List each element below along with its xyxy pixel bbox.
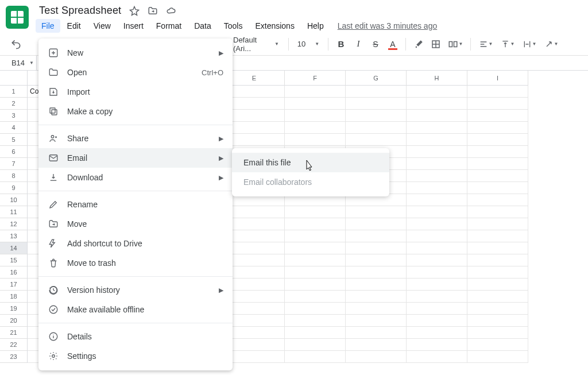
file-menu-make-copy[interactable]: Make a copy — [38, 102, 233, 121]
file-menu-rename[interactable]: Rename — [38, 195, 233, 214]
menu-tools[interactable]: Tools — [218, 19, 249, 33]
row-header[interactable]: 2 — [0, 98, 27, 110]
move-to-folder-icon[interactable] — [148, 6, 158, 16]
cell[interactable] — [224, 218, 285, 230]
merge-cells-button[interactable]: ▼ — [446, 37, 465, 51]
file-menu-settings[interactable]: Settings — [38, 346, 233, 366]
cell[interactable] — [407, 122, 467, 134]
cell[interactable] — [467, 98, 528, 110]
cell[interactable] — [407, 242, 467, 254]
cell[interactable] — [467, 327, 528, 339]
cell[interactable] — [285, 230, 346, 242]
cell[interactable] — [224, 303, 285, 315]
cell[interactable] — [285, 98, 346, 110]
select-all-corner[interactable] — [0, 71, 28, 86]
text-rotation-button[interactable]: ▼ — [542, 37, 560, 51]
cell[interactable] — [467, 351, 528, 363]
cell[interactable] — [285, 86, 346, 98]
column-header-E[interactable]: E — [224, 71, 285, 86]
text-color-button[interactable]: A — [386, 37, 400, 51]
menu-file[interactable]: File — [36, 19, 60, 33]
star-icon[interactable] — [129, 6, 140, 16]
last-edit-link[interactable]: Last edit was 3 minutes ago — [338, 21, 438, 30]
file-menu-trash[interactable]: Move to trash — [38, 253, 233, 273]
cell[interactable] — [407, 110, 467, 122]
cell[interactable] — [285, 279, 346, 291]
cell[interactable] — [224, 279, 285, 291]
cell[interactable] — [407, 230, 467, 242]
row-header[interactable]: 6 — [0, 146, 27, 158]
cell[interactable] — [224, 242, 285, 254]
file-menu-email[interactable]: Email▶ — [38, 148, 233, 168]
cell[interactable] — [346, 254, 407, 266]
cell[interactable] — [285, 266, 346, 279]
row-header[interactable]: 13 — [0, 230, 27, 242]
cell[interactable] — [224, 206, 285, 218]
sheets-app-icon[interactable] — [6, 6, 29, 29]
cell[interactable] — [407, 279, 467, 291]
cell[interactable] — [407, 291, 467, 303]
cell[interactable] — [346, 279, 407, 291]
cell[interactable] — [346, 242, 407, 254]
text-wrap-button[interactable]: ▼ — [520, 37, 539, 51]
row-header[interactable]: 12 — [0, 218, 27, 230]
row-header[interactable]: 8 — [0, 170, 27, 182]
menu-view[interactable]: View — [88, 19, 117, 33]
cell[interactable] — [285, 303, 346, 315]
cell[interactable] — [224, 254, 285, 266]
cell[interactable] — [346, 206, 407, 218]
cell[interactable] — [407, 218, 467, 230]
cell[interactable] — [346, 291, 407, 303]
cell[interactable] — [467, 279, 528, 291]
borders-button[interactable] — [429, 37, 443, 51]
cell[interactable] — [285, 254, 346, 266]
cell[interactable] — [407, 158, 467, 170]
menu-edit[interactable]: Edit — [61, 19, 87, 33]
cell[interactable] — [285, 218, 346, 230]
cell[interactable] — [467, 122, 528, 134]
file-menu-new[interactable]: New▶ — [38, 43, 233, 63]
column-header-I[interactable]: I — [467, 71, 528, 86]
file-menu-add-shortcut[interactable]: Add shortcut to Drive — [38, 234, 233, 253]
bold-button[interactable]: B — [334, 37, 348, 51]
cell[interactable] — [224, 98, 285, 110]
font-size-dropdown[interactable]: 10 ▼ — [295, 40, 322, 48]
row-header[interactable]: 22 — [0, 339, 27, 351]
menu-data[interactable]: Data — [188, 19, 217, 33]
cell[interactable] — [467, 339, 528, 351]
cell[interactable] — [346, 98, 407, 110]
row-header[interactable]: 3 — [0, 110, 27, 122]
cell[interactable] — [467, 158, 528, 170]
cell[interactable] — [407, 351, 467, 363]
file-menu-download[interactable]: Download▶ — [38, 168, 233, 187]
column-header-F[interactable]: F — [285, 71, 346, 86]
file-menu-share[interactable]: Share▶ — [38, 129, 233, 148]
cell[interactable] — [224, 315, 285, 327]
row-header[interactable]: 14 — [0, 242, 27, 254]
cell[interactable] — [346, 303, 407, 315]
cell[interactable] — [407, 315, 467, 327]
cell[interactable] — [407, 170, 467, 182]
cell[interactable] — [467, 194, 528, 206]
cell[interactable] — [346, 327, 407, 339]
cell[interactable] — [407, 327, 467, 339]
cell[interactable] — [467, 206, 528, 218]
cell[interactable] — [224, 86, 285, 98]
cell[interactable] — [285, 134, 346, 146]
cell[interactable] — [407, 182, 467, 194]
row-header[interactable]: 7 — [0, 158, 27, 170]
cell[interactable] — [346, 266, 407, 279]
file-menu-offline[interactable]: Make available offline — [38, 300, 233, 319]
cell[interactable] — [407, 206, 467, 218]
strikethrough-button[interactable]: S — [369, 37, 382, 51]
cell[interactable] — [224, 110, 285, 122]
row-header[interactable]: 16 — [0, 266, 27, 279]
cell[interactable] — [224, 327, 285, 339]
cell[interactable] — [285, 122, 346, 134]
cell[interactable] — [467, 110, 528, 122]
undo-button[interactable] — [9, 37, 23, 51]
row-header[interactable]: 9 — [0, 182, 27, 194]
row-header[interactable]: 23 — [0, 351, 27, 363]
file-menu-open[interactable]: OpenCtrl+O — [38, 63, 233, 82]
cell[interactable] — [467, 266, 528, 279]
